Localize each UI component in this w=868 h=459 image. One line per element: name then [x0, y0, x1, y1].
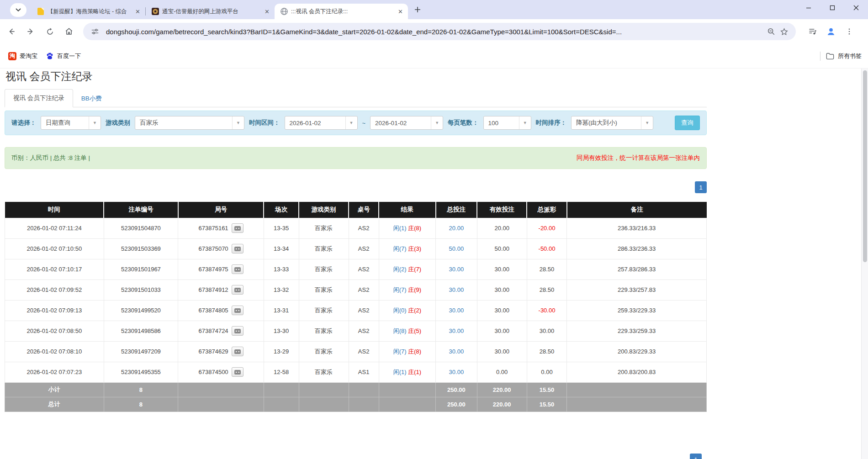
total-bet-link[interactable]: 20.00	[449, 225, 464, 232]
site-settings-icon[interactable]	[89, 25, 101, 38]
table-header-row: 时间注单编号局号场次游戏类别桌号结果总投注有效投注总派彩备注	[5, 202, 707, 218]
total-bet-link[interactable]: 30.00	[449, 266, 464, 273]
bookmark-star-icon[interactable]	[778, 25, 790, 38]
page-scrollbar[interactable]	[861, 69, 868, 459]
cell-total-bet[interactable]: 50.00	[436, 238, 477, 259]
footer-cell-1: 8	[104, 397, 178, 412]
result-player: 闲(8)	[393, 327, 407, 334]
game-kind-select[interactable]: 百家乐 ▼	[135, 116, 244, 130]
bookmark-baidu[interactable]: 百度一下	[46, 52, 81, 60]
cell-time: 2026-01-02 07:08:10	[5, 341, 104, 362]
minimize-button[interactable]	[797, 0, 820, 16]
game-controller-icon	[234, 308, 241, 313]
browser-tab-betrecord[interactable]: :::视讯 会员下注纪录::: ✕	[275, 4, 408, 19]
cell-total-bet[interactable]: 30.00	[436, 280, 477, 300]
total-bet-link[interactable]: 30.00	[449, 307, 464, 314]
reload-button[interactable]	[42, 24, 58, 39]
all-bookmarks[interactable]: 所有书签	[820, 52, 862, 61]
cell-total-bet[interactable]: 30.00	[436, 362, 477, 382]
page-1-button-bottom[interactable]: 1	[690, 454, 702, 459]
close-tab-icon[interactable]: ✕	[397, 8, 404, 16]
cell-total-bet[interactable]: 30.00	[436, 341, 477, 362]
back-button[interactable]	[4, 24, 19, 39]
cell-remark: 229.33/259.33	[567, 321, 707, 341]
bookmark-label: 百度一下	[57, 52, 81, 60]
round-number: 673875161	[199, 225, 228, 232]
page-size-select[interactable]: 100 ▼	[483, 116, 531, 130]
browser-menu-kebab-icon[interactable]	[842, 24, 857, 39]
cell-valid-bet: 50.00	[477, 238, 527, 259]
cell-game-type: 百家乐	[299, 218, 349, 238]
maximize-button[interactable]	[820, 0, 844, 16]
page-size-label: 每页笔数：	[448, 119, 479, 127]
bookmark-taobao[interactable]: 淘 爱淘宝	[8, 52, 37, 60]
scrollbar-thumb[interactable]	[863, 70, 867, 262]
round-detail-button[interactable]	[232, 306, 243, 315]
media-controls-icon[interactable]	[805, 24, 820, 39]
round-detail-button[interactable]	[232, 285, 243, 295]
profile-avatar[interactable]	[823, 24, 839, 39]
cell-remark: 200.83/229.33	[567, 341, 707, 362]
footer-cell-9: 15.50	[527, 382, 567, 397]
round-detail-button[interactable]	[232, 326, 243, 336]
browser-tab-tongbao[interactable]: 通宝-信誉最好的网上游戏平台 ✕	[146, 4, 275, 19]
browser-tab-forum[interactable]: 【新提醒】海燕策略论坛 - 综合 ✕	[31, 4, 145, 19]
tab-search-button[interactable]	[10, 3, 26, 17]
cell-total-bet[interactable]: 30.00	[436, 259, 477, 280]
home-button[interactable]	[61, 24, 77, 39]
cell-valid-bet: 30.00	[477, 259, 527, 280]
cell-valid-bet: 30.00	[477, 300, 527, 321]
close-window-button[interactable]	[844, 0, 868, 16]
cell-result: 闲(7) 庄(8)	[379, 341, 435, 362]
game-controller-icon	[234, 226, 241, 231]
table-row: 2026-01-02 07:08:10523091497209673874629…	[5, 341, 707, 362]
footer-cell-0: 小计	[5, 382, 104, 397]
round-detail-button[interactable]	[232, 223, 243, 233]
round-detail-button[interactable]	[232, 367, 243, 377]
close-tab-icon[interactable]: ✕	[134, 8, 142, 16]
tab-betrecord[interactable]: 视讯 会员下注纪录	[5, 89, 73, 107]
cell-remark: 286.33/236.33	[567, 238, 707, 259]
cell-total-bet[interactable]: 30.00	[436, 300, 477, 321]
cell-result: 闲(2) 庄(7)	[379, 259, 435, 280]
search-button[interactable]: 查询	[675, 116, 700, 130]
close-tab-icon[interactable]: ✕	[263, 8, 271, 16]
cell-table-number: AS2	[349, 300, 379, 321]
round-detail-button[interactable]	[232, 264, 243, 274]
round-detail-button[interactable]	[232, 347, 243, 356]
round-number: 673874805	[199, 307, 228, 314]
page-1-button[interactable]: 1	[695, 181, 707, 193]
round-detail-button[interactable]	[232, 244, 243, 253]
cell-result: 闲(7) 庄(3)	[379, 238, 435, 259]
payout-value: 28.50	[540, 266, 555, 273]
cell-valid-bet: 30.00	[477, 321, 527, 341]
new-tab-button[interactable]	[412, 4, 423, 16]
zoom-out-icon[interactable]	[765, 25, 778, 38]
bookmark-label: 爱淘宝	[20, 52, 37, 60]
date-end-select[interactable]: 2026-01-02 ▼	[370, 116, 443, 130]
url-bar[interactable]: dongshouji.com/game/betrecord_search/kin…	[83, 23, 796, 40]
query-type-label: 请选择：	[11, 119, 36, 127]
table-footer-row: 小计8250.00220.0015.50	[5, 382, 707, 397]
total-bet-link[interactable]: 30.00	[449, 348, 464, 355]
payout-value: 0.00	[541, 369, 552, 375]
taobao-icon: 淘	[8, 52, 16, 60]
payout-value: -50.00	[539, 245, 556, 252]
forward-button[interactable]	[23, 24, 38, 39]
total-bet-link[interactable]: 30.00	[449, 286, 464, 293]
query-type-select[interactable]: 日期查询 ▼	[41, 116, 101, 130]
sort-select[interactable]: 降冪(由大到小) ▼	[571, 116, 653, 130]
cell-round-number: 673874975	[178, 259, 264, 280]
tab-bb-tip[interactable]: BB小费	[73, 90, 110, 107]
column-header: 时间	[5, 202, 104, 218]
total-bet-link[interactable]: 30.00	[449, 369, 464, 375]
column-header: 有效投注	[477, 202, 527, 218]
cell-session: 12-58	[264, 362, 299, 382]
cell-total-bet[interactable]: 20.00	[436, 218, 477, 238]
total-bet-link[interactable]: 50.00	[449, 245, 464, 252]
total-bet-link[interactable]: 30.00	[449, 327, 464, 334]
cell-round-number: 673874805	[178, 300, 264, 321]
cell-total-bet[interactable]: 30.00	[436, 321, 477, 341]
date-start-select[interactable]: 2026-01-02 ▼	[285, 116, 358, 130]
cell-bet-number: 523091503369	[104, 238, 178, 259]
